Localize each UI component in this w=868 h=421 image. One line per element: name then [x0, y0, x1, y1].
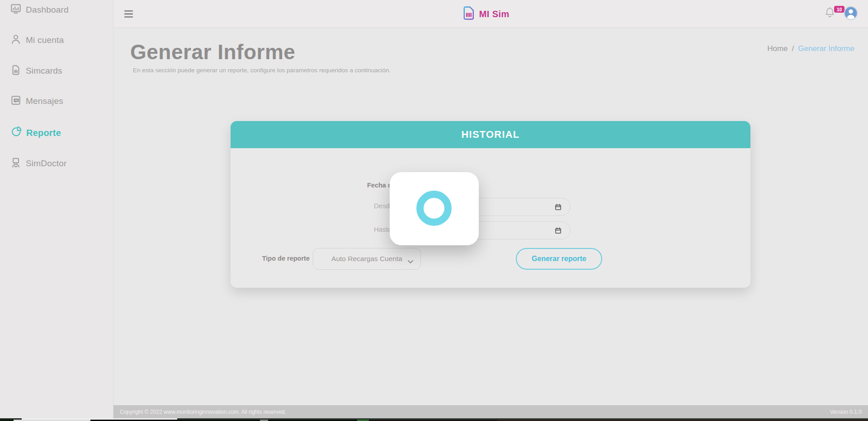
breadcrumb-separator: /	[792, 44, 794, 53]
breadcrumb-home-link[interactable]: Home	[767, 44, 788, 53]
calendar-icon[interactable]	[555, 227, 561, 234]
app-logo[interactable]: MI Sim	[463, 0, 509, 28]
sidebar-item-label: Simcards	[26, 66, 62, 76]
sim-doctor-icon	[10, 157, 22, 171]
user-icon	[10, 33, 22, 47]
report-card: HISTORIAL Fecha de reporte Desde Hasta T…	[231, 121, 750, 288]
sim-logo-icon	[463, 6, 474, 22]
message-icon	[10, 94, 22, 108]
footer-version: Version 0.1.0	[830, 409, 862, 415]
report-type-select[interactable]: Auto Recargas Cuenta	[313, 248, 421, 270]
breadcrumb-current: Generar Informe	[798, 44, 854, 53]
card-title: HISTORIAL	[462, 129, 520, 140]
dashboard-icon	[10, 3, 22, 17]
generate-report-button[interactable]: Generar reporte	[516, 248, 602, 270]
sidebar-item-dashboard[interactable]: Dashboard	[10, 2, 69, 18]
to-label: Hasta	[374, 225, 392, 233]
loading-spinner	[416, 191, 452, 226]
notification-count-badge: 10	[834, 6, 844, 13]
calendar-icon[interactable]	[555, 204, 561, 210]
notifications-button[interactable]: 10	[825, 7, 841, 22]
sidebar: Dashboard Mi cuenta Simcards Mensajes	[0, 0, 113, 418]
footer: Copyright © 2022 www.monitoringinnovatio…	[113, 405, 868, 418]
hamburger-menu-icon[interactable]	[124, 10, 133, 19]
card-header: HISTORIAL	[231, 121, 750, 148]
sidebar-item-reporte[interactable]: Reporte	[10, 125, 61, 140]
sidebar-item-label: Dashboard	[26, 5, 69, 15]
chevron-down-icon	[408, 257, 413, 266]
sidebar-item-mensajes[interactable]: Mensajes	[10, 94, 63, 109]
top-header: MI Sim 10	[113, 0, 868, 28]
footer-copyright: Copyright © 2022 www.monitoringinnovatio…	[120, 409, 286, 415]
user-avatar[interactable]	[844, 6, 858, 20]
page-title: Generar Informe	[130, 40, 295, 64]
sidebar-item-label: Mensajes	[26, 96, 63, 106]
breadcrumb: Home / Generar Informe	[767, 44, 854, 53]
sidebar-item-mi-cuenta[interactable]: Mi cuenta	[10, 33, 64, 48]
report-type-selected-value: Auto Recargas Cuenta	[331, 255, 402, 263]
bell-icon	[825, 12, 835, 19]
page-subtitle: En esta sección puede generar un reporte…	[133, 67, 391, 74]
brand-name: MI Sim	[479, 9, 509, 19]
sidebar-item-label: Reporte	[26, 128, 61, 138]
sidebar-item-label: SimDoctor	[26, 159, 66, 168]
pie-chart-icon	[10, 126, 22, 140]
loading-overlay	[390, 172, 479, 245]
sidebar-item-simcards[interactable]: Simcards	[10, 63, 62, 79]
sidebar-item-label: Mi cuenta	[26, 35, 64, 45]
simcard-icon	[10, 64, 22, 78]
report-type-label: Tipo de reporte	[249, 255, 310, 262]
sidebar-item-simdoctor[interactable]: SimDoctor	[10, 156, 66, 171]
